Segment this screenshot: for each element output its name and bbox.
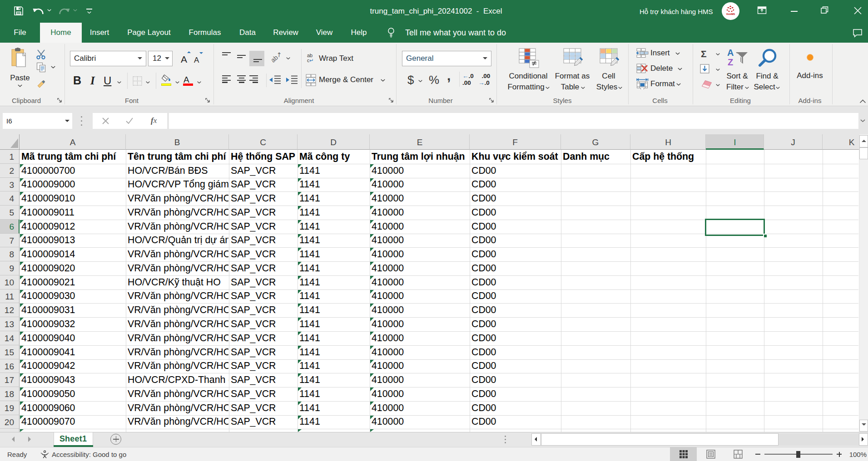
svg-text:VinHMS: VinHMS xyxy=(726,13,735,15)
